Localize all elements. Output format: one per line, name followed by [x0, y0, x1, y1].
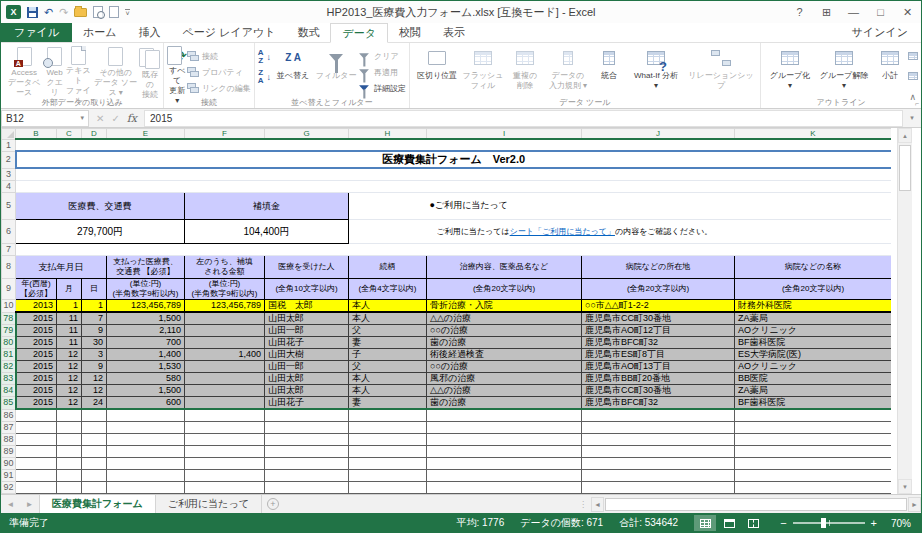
cell-relation[interactable]: 本人 [349, 385, 427, 397]
cell-person[interactable]: 山田太郎 [265, 373, 349, 385]
empty-cell[interactable] [735, 445, 892, 457]
subheader-unit1[interactable]: (単位:円) (半角数字9桁以内) [107, 278, 185, 299]
cell-address[interactable]: 鹿児島市AO町13丁目 [582, 361, 735, 373]
page-break-view-button[interactable] [742, 515, 764, 531]
cell-compensation[interactable] [185, 373, 265, 385]
empty-cell[interactable] [16, 168, 892, 180]
cell-year[interactable]: 2015 [16, 349, 57, 361]
empty-cell[interactable] [57, 409, 82, 421]
empty-cell[interactable] [349, 469, 427, 481]
empty-cell[interactable] [82, 409, 107, 421]
empty-cell[interactable] [349, 433, 427, 445]
cell-relation[interactable]: 本人 [349, 312, 427, 325]
empty-cell[interactable] [185, 457, 265, 469]
cell-treatment[interactable]: △△の治療 [427, 312, 582, 325]
cell-address[interactable]: ○○市△△町1-2-2 [582, 299, 735, 312]
cell-amount[interactable]: 600 [107, 397, 185, 410]
subheader-relation[interactable]: (全角4文字以内) [349, 278, 427, 299]
cell-day[interactable]: 7 [82, 312, 107, 325]
cell-day[interactable]: 3 [82, 349, 107, 361]
tab-home[interactable]: ホーム [72, 23, 128, 42]
insert-function-icon[interactable]: fx [127, 112, 137, 125]
formula-bar-expand-icon[interactable]: ▾ [903, 114, 921, 122]
cell-address[interactable]: 鹿児島市AO町12丁目 [582, 325, 735, 337]
row-header[interactable]: 8 [2, 255, 16, 278]
row-header[interactable]: 86 [2, 409, 16, 421]
cell-relation[interactable]: 妻 [349, 397, 427, 410]
empty-cell[interactable] [582, 481, 735, 493]
subheader-person[interactable]: (全角10文字以内) [265, 278, 349, 299]
empty-cell[interactable] [107, 457, 185, 469]
maximize-button[interactable]: □ [867, 1, 894, 23]
sheet-tab-form[interactable]: 医療費集計フォーム [39, 495, 156, 513]
subheader-location[interactable]: (全角20文字以内) [582, 278, 735, 299]
cell-amount[interactable]: 123,456,789 [107, 299, 185, 312]
print-preview-icon[interactable] [93, 6, 103, 18]
empty-cell[interactable] [427, 457, 582, 469]
name-box-dropdown-icon[interactable]: ▾ [80, 114, 84, 122]
compensation-value-cell[interactable]: 104,400円 [185, 219, 349, 243]
subtotal-button[interactable]: 小計 [872, 44, 908, 98]
empty-cell[interactable] [349, 421, 427, 433]
minimize-button[interactable]: — [840, 1, 867, 23]
column-header-H[interactable]: H [349, 129, 427, 140]
sort-button[interactable]: Z A 並べ替え [271, 44, 315, 98]
cell-hospital[interactable]: ZA薬局 [735, 385, 892, 397]
cell-treatment[interactable]: ○○の治療 [427, 325, 582, 337]
cell-person[interactable]: 国税 太郎 [265, 299, 349, 312]
cell-month[interactable]: 11 [57, 325, 82, 337]
cell-day[interactable]: 1 [82, 299, 107, 312]
cell-address[interactable]: 鹿児島市ES町8丁目 [582, 349, 735, 361]
empty-cell[interactable] [582, 457, 735, 469]
select-all-button[interactable] [2, 129, 16, 140]
tab-review[interactable]: 校閲 [388, 23, 432, 42]
new-document-icon[interactable] [109, 6, 119, 18]
advanced-filter-button[interactable]: 詳細設定 [357, 81, 406, 95]
empty-cell[interactable] [582, 421, 735, 433]
cell-relation[interactable]: 子 [349, 349, 427, 361]
consolidate-button[interactable]: 統合 [591, 44, 627, 98]
empty-cell[interactable] [16, 180, 892, 192]
empty-cell[interactable] [16, 469, 57, 481]
qat-customize-icon[interactable]: ˅ [125, 9, 129, 16]
cell-compensation[interactable] [185, 397, 265, 410]
cell-address[interactable]: 鹿児島市CC町30番地 [582, 385, 735, 397]
row-header[interactable]: 7 [2, 243, 16, 255]
empty-cell[interactable] [735, 469, 892, 481]
empty-cell[interactable] [185, 421, 265, 433]
scroll-up-icon[interactable]: ▲ [898, 128, 912, 143]
cell-month[interactable]: 12 [57, 349, 82, 361]
expense-value-cell[interactable]: 279,700円 [16, 219, 185, 243]
empty-cell[interactable] [265, 445, 349, 457]
cell-compensation[interactable] [185, 385, 265, 397]
form-title-cell[interactable]: 医療費集計フォーム Ver2.0 [16, 151, 892, 168]
row-header[interactable]: 82 [2, 361, 16, 373]
subheader-unit2[interactable]: (単位:円) (半角数字9桁以内) [185, 278, 265, 299]
empty-cell[interactable] [16, 409, 57, 421]
cell-year[interactable]: 2015 [16, 397, 57, 410]
text-file-button[interactable]: テキスト ファイル [65, 44, 92, 98]
access-database-button[interactable]: A Access データベース [4, 44, 44, 98]
cell-year[interactable]: 2015 [16, 385, 57, 397]
empty-cell[interactable] [82, 469, 107, 481]
empty-cell[interactable] [82, 433, 107, 445]
empty-cell[interactable] [349, 192, 427, 219]
row-header[interactable]: 9 [2, 278, 16, 299]
normal-view-button[interactable] [694, 515, 716, 531]
empty-cell[interactable] [735, 421, 892, 433]
cell-person[interactable]: 山田花子 [265, 397, 349, 410]
cell-compensation[interactable]: 1,400 [185, 349, 265, 361]
subheader-day[interactable]: 日 [82, 278, 107, 299]
empty-cell[interactable] [82, 421, 107, 433]
horizontal-scroll-thumb[interactable] [605, 498, 907, 511]
row-header[interactable]: 87 [2, 421, 16, 433]
tab-file[interactable]: ファイル [1, 23, 72, 42]
cell-amount[interactable]: 1,530 [107, 361, 185, 373]
reapply-button[interactable]: 再適用 [357, 65, 406, 79]
empty-cell[interactable] [107, 469, 185, 481]
empty-cell[interactable] [735, 433, 892, 445]
cell-compensation[interactable] [185, 312, 265, 325]
collapse-ribbon-icon[interactable]: ∧ [909, 92, 916, 102]
row-header[interactable]: 78 [2, 312, 16, 325]
row-header[interactable]: 92 [2, 481, 16, 493]
